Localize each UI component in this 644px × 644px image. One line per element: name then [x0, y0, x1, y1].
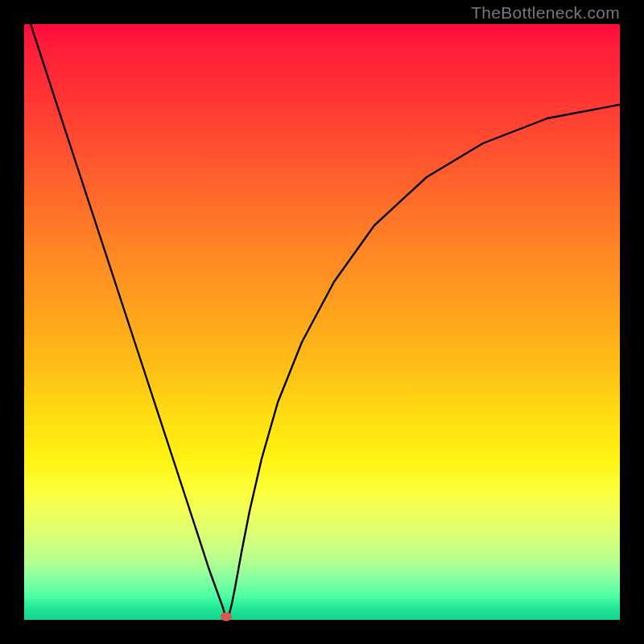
- curve-path: [24, 24, 620, 616]
- minimum-marker-dot: [221, 613, 232, 621]
- watermark-text: TheBottleneck.com: [471, 3, 620, 23]
- bottleneck-curve: [24, 24, 620, 620]
- gradient-plot-area: [24, 24, 620, 620]
- chart-frame: TheBottleneck.com: [0, 0, 644, 644]
